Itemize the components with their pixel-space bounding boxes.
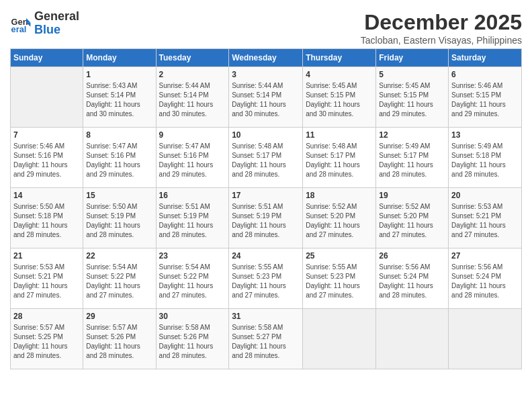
calendar-cell: 16Sunrise: 5:51 AM Sunset: 5:19 PM Dayli… <box>156 188 229 248</box>
day-info: Sunrise: 5:43 AM Sunset: 5:14 PM Dayligh… <box>86 81 152 119</box>
weekday-header-wednesday: Wednesday <box>229 49 303 67</box>
month-title: December 2025 <box>361 10 522 35</box>
calendar-week-row: 21Sunrise: 5:53 AM Sunset: 5:21 PM Dayli… <box>11 248 522 309</box>
calendar-cell: 6Sunrise: 5:46 AM Sunset: 5:15 PM Daylig… <box>449 67 522 128</box>
day-info: Sunrise: 5:55 AM Sunset: 5:23 PM Dayligh… <box>232 263 300 300</box>
calendar-cell: 13Sunrise: 5:49 AM Sunset: 5:18 PM Dayli… <box>449 128 522 188</box>
calendar-cell <box>303 309 376 369</box>
calendar-cell: 25Sunrise: 5:55 AM Sunset: 5:23 PM Dayli… <box>303 248 376 309</box>
calendar-cell: 12Sunrise: 5:49 AM Sunset: 5:17 PM Dayli… <box>376 128 449 188</box>
calendar-cell: 17Sunrise: 5:51 AM Sunset: 5:19 PM Dayli… <box>229 188 303 248</box>
day-info: Sunrise: 5:49 AM Sunset: 5:17 PM Dayligh… <box>379 142 445 179</box>
day-number: 26 <box>379 251 445 261</box>
day-number: 17 <box>232 191 300 200</box>
day-number: 1 <box>86 70 152 79</box>
logo-line2: Blue <box>34 23 60 36</box>
calendar-cell: 8Sunrise: 5:47 AM Sunset: 5:16 PM Daylig… <box>83 128 156 188</box>
calendar-cell: 24Sunrise: 5:55 AM Sunset: 5:23 PM Dayli… <box>229 248 303 309</box>
day-number: 24 <box>232 251 300 261</box>
day-number: 31 <box>232 312 300 321</box>
day-info: Sunrise: 5:51 AM Sunset: 5:19 PM Dayligh… <box>232 202 300 240</box>
calendar-week-row: 14Sunrise: 5:50 AM Sunset: 5:18 PM Dayli… <box>11 188 522 248</box>
calendar-week-row: 1Sunrise: 5:43 AM Sunset: 5:14 PM Daylig… <box>11 67 522 128</box>
day-info: Sunrise: 5:49 AM Sunset: 5:18 PM Dayligh… <box>451 142 519 179</box>
calendar-cell: 21Sunrise: 5:53 AM Sunset: 5:21 PM Dayli… <box>11 248 83 309</box>
weekday-header-sunday: Sunday <box>11 49 83 67</box>
calendar-cell: 20Sunrise: 5:53 AM Sunset: 5:21 PM Dayli… <box>449 188 522 248</box>
day-number: 29 <box>86 312 152 321</box>
calendar-cell: 2Sunrise: 5:44 AM Sunset: 5:14 PM Daylig… <box>156 67 229 128</box>
day-number: 18 <box>306 191 373 200</box>
calendar-cell: 29Sunrise: 5:57 AM Sunset: 5:26 PM Dayli… <box>83 309 156 369</box>
day-info: Sunrise: 5:54 AM Sunset: 5:22 PM Dayligh… <box>159 263 226 300</box>
day-number: 16 <box>159 191 226 200</box>
day-number: 8 <box>86 130 152 140</box>
calendar-week-row: 28Sunrise: 5:57 AM Sunset: 5:25 PM Dayli… <box>11 309 522 369</box>
calendar-week-row: 7Sunrise: 5:46 AM Sunset: 5:16 PM Daylig… <box>11 128 522 188</box>
day-info: Sunrise: 5:57 AM Sunset: 5:26 PM Dayligh… <box>86 323 152 361</box>
day-info: Sunrise: 5:44 AM Sunset: 5:14 PM Dayligh… <box>159 81 226 119</box>
day-number: 25 <box>306 251 373 261</box>
day-number: 9 <box>159 130 226 140</box>
day-number: 7 <box>13 130 80 140</box>
calendar-cell: 26Sunrise: 5:56 AM Sunset: 5:24 PM Dayli… <box>376 248 449 309</box>
day-info: Sunrise: 5:46 AM Sunset: 5:16 PM Dayligh… <box>13 142 80 179</box>
calendar-cell: 15Sunrise: 5:50 AM Sunset: 5:19 PM Dayli… <box>83 188 156 248</box>
day-number: 2 <box>159 70 226 79</box>
day-info: Sunrise: 5:47 AM Sunset: 5:16 PM Dayligh… <box>159 142 226 179</box>
calendar-cell: 31Sunrise: 5:58 AM Sunset: 5:27 PM Dayli… <box>229 309 303 369</box>
day-info: Sunrise: 5:45 AM Sunset: 5:15 PM Dayligh… <box>379 81 445 119</box>
calendar-cell: 22Sunrise: 5:54 AM Sunset: 5:22 PM Dayli… <box>83 248 156 309</box>
day-info: Sunrise: 5:52 AM Sunset: 5:20 PM Dayligh… <box>306 202 373 240</box>
logo-icon: Gen eral <box>10 13 32 34</box>
logo: Gen eral General Blue <box>10 10 79 37</box>
day-info: Sunrise: 5:56 AM Sunset: 5:24 PM Dayligh… <box>379 263 445 300</box>
day-info: Sunrise: 5:56 AM Sunset: 5:24 PM Dayligh… <box>451 263 519 300</box>
weekday-header-tuesday: Tuesday <box>156 49 229 67</box>
page-header: Gen eral General Blue December 2025 Tacl… <box>10 10 522 46</box>
calendar-cell: 19Sunrise: 5:52 AM Sunset: 5:20 PM Dayli… <box>376 188 449 248</box>
day-number: 12 <box>379 130 445 140</box>
day-number: 19 <box>379 191 445 200</box>
calendar-cell: 27Sunrise: 5:56 AM Sunset: 5:24 PM Dayli… <box>449 248 522 309</box>
calendar-cell: 23Sunrise: 5:54 AM Sunset: 5:22 PM Dayli… <box>156 248 229 309</box>
calendar-cell: 14Sunrise: 5:50 AM Sunset: 5:18 PM Dayli… <box>11 188 83 248</box>
calendar-cell <box>449 309 522 369</box>
day-info: Sunrise: 5:58 AM Sunset: 5:27 PM Dayligh… <box>232 323 300 361</box>
day-info: Sunrise: 5:50 AM Sunset: 5:19 PM Dayligh… <box>86 202 152 240</box>
day-info: Sunrise: 5:45 AM Sunset: 5:15 PM Dayligh… <box>306 81 373 119</box>
calendar-cell: 3Sunrise: 5:44 AM Sunset: 5:14 PM Daylig… <box>229 67 303 128</box>
weekday-header-monday: Monday <box>83 49 156 67</box>
day-number: 21 <box>13 251 80 261</box>
day-number: 5 <box>379 70 445 79</box>
day-info: Sunrise: 5:50 AM Sunset: 5:18 PM Dayligh… <box>13 202 80 240</box>
day-info: Sunrise: 5:51 AM Sunset: 5:19 PM Dayligh… <box>159 202 226 240</box>
weekday-header-row: SundayMondayTuesdayWednesdayThursdayFrid… <box>11 49 522 67</box>
day-info: Sunrise: 5:46 AM Sunset: 5:15 PM Dayligh… <box>451 81 519 119</box>
day-info: Sunrise: 5:53 AM Sunset: 5:21 PM Dayligh… <box>13 263 80 300</box>
day-number: 10 <box>232 130 300 140</box>
day-number: 4 <box>306 70 373 79</box>
day-number: 15 <box>86 191 152 200</box>
day-info: Sunrise: 5:44 AM Sunset: 5:14 PM Dayligh… <box>232 81 300 119</box>
calendar-cell: 10Sunrise: 5:48 AM Sunset: 5:17 PM Dayli… <box>229 128 303 188</box>
day-info: Sunrise: 5:54 AM Sunset: 5:22 PM Dayligh… <box>86 263 152 300</box>
day-number: 14 <box>13 191 80 200</box>
day-number: 13 <box>451 130 519 140</box>
weekday-header-saturday: Saturday <box>449 49 522 67</box>
svg-text:eral: eral <box>11 24 27 34</box>
calendar-table: SundayMondayTuesdayWednesdayThursdayFrid… <box>10 48 522 369</box>
calendar-cell: 1Sunrise: 5:43 AM Sunset: 5:14 PM Daylig… <box>83 67 156 128</box>
day-number: 27 <box>451 251 519 261</box>
calendar-cell: 9Sunrise: 5:47 AM Sunset: 5:16 PM Daylig… <box>156 128 229 188</box>
weekday-header-friday: Friday <box>376 49 449 67</box>
subtitle: Tacloban, Eastern Visayas, Philippines <box>361 35 522 46</box>
day-info: Sunrise: 5:47 AM Sunset: 5:16 PM Dayligh… <box>86 142 152 179</box>
day-info: Sunrise: 5:53 AM Sunset: 5:21 PM Dayligh… <box>451 202 519 240</box>
calendar-cell <box>376 309 449 369</box>
calendar-cell: 11Sunrise: 5:48 AM Sunset: 5:17 PM Dayli… <box>303 128 376 188</box>
day-number: 11 <box>306 130 373 140</box>
day-info: Sunrise: 5:58 AM Sunset: 5:26 PM Dayligh… <box>159 323 226 361</box>
svg-marker-2 <box>26 18 30 22</box>
calendar-cell: 4Sunrise: 5:45 AM Sunset: 5:15 PM Daylig… <box>303 67 376 128</box>
